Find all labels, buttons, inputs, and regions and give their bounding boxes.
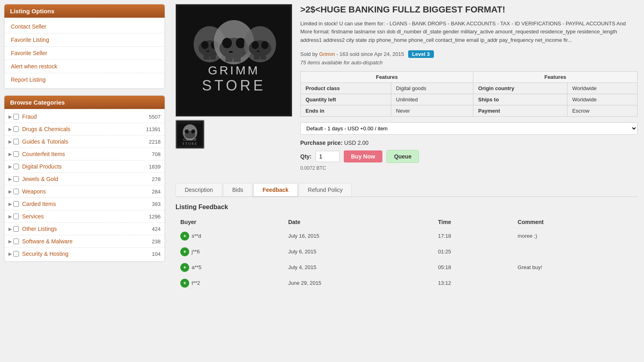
- cat-arrow-9[interactable]: ▶: [8, 226, 12, 232]
- svg-point-19: [252, 41, 259, 49]
- seller-link[interactable]: Grimm: [319, 51, 335, 57]
- cat-name-7: Carded Items: [22, 201, 149, 207]
- feedback-positive-icon-0: +: [180, 232, 189, 241]
- category-item-7[interactable]: ▶Carded Items393: [4, 198, 165, 210]
- feedback-buyer-1: +j**6: [175, 244, 283, 259]
- cat-count-7: 393: [152, 201, 161, 207]
- buy-now-button[interactable]: Buy Now: [344, 150, 382, 162]
- cat-name-11: Security & Hosting: [22, 251, 149, 257]
- cat-arrow-11[interactable]: ▶: [8, 251, 12, 257]
- cat-arrow-6[interactable]: ▶: [8, 189, 12, 194]
- cat-count-1: 11391: [146, 126, 161, 132]
- feature-value-ships-to: Worldwide: [567, 94, 637, 105]
- category-item-2[interactable]: ▶Guides & Tutorials2218: [4, 136, 165, 148]
- listing-option-contact-seller[interactable]: Contact Seller: [4, 20, 165, 33]
- category-item-11[interactable]: ▶Security & Hosting104: [4, 248, 165, 260]
- tab-feedback[interactable]: Feedback: [253, 183, 298, 197]
- features-header-2: Features: [473, 71, 638, 82]
- feature-value-ends-in: Never: [391, 105, 473, 116]
- feature-label-origin: Origin country: [473, 82, 568, 94]
- category-item-3[interactable]: ▶Counterfeit Items708: [4, 148, 165, 160]
- feedback-buyer-name-1: j**6: [192, 249, 200, 255]
- cat-arrow-8[interactable]: ▶: [8, 214, 12, 219]
- feedback-positive-icon-2: +: [180, 263, 189, 272]
- category-item-5[interactable]: ▶Jewels & Gold278: [4, 173, 165, 185]
- browse-categories-header: Browse Categories: [4, 96, 165, 109]
- cat-count-5: 278: [152, 176, 161, 182]
- feedback-date-3: June 29, 2015: [283, 275, 433, 291]
- svg-point-12: [222, 38, 232, 48]
- queue-button[interactable]: Queue: [386, 150, 419, 163]
- tab-refund-policy[interactable]: Refund Policy: [299, 183, 352, 196]
- svg-point-28: [191, 130, 195, 134]
- category-item-10[interactable]: ▶Software & Malware238: [4, 235, 165, 248]
- product-top: GRIMM STORE GRIMM STORE: [175, 4, 638, 175]
- qty-input[interactable]: [316, 151, 340, 162]
- feedback-row-0: +s**dJuly 16, 201517:18moree ;): [175, 228, 638, 244]
- svg-rect-18: [260, 52, 266, 60]
- cat-arrow-2[interactable]: ▶: [8, 139, 12, 144]
- feature-label-qty-left: Quantity left: [301, 94, 391, 105]
- browse-categories-box: Browse Categories ▶Fraud5507▶Drugs & Che…: [4, 95, 165, 262]
- cat-checkbox-2[interactable]: [13, 139, 19, 144]
- category-item-1[interactable]: ▶Drugs & Chemicals11391: [4, 123, 165, 136]
- svg-rect-3: [204, 52, 209, 60]
- cat-arrow-5[interactable]: ▶: [8, 177, 12, 182]
- feature-row-2: Quantity left Unlimited Ships to Worldwi…: [301, 94, 638, 105]
- listing-option-favorite-seller[interactable]: Favorite Seller: [4, 47, 165, 60]
- cat-count-3: 708: [152, 151, 161, 157]
- feedback-section: Listing Feedback BuyerDateTimeComment +s…: [175, 204, 638, 291]
- product-variant-dropdown[interactable]: Default - 1 days - USD +0.00 / item: [300, 122, 638, 135]
- feedback-date-1: July 6, 2015: [283, 244, 433, 259]
- cat-checkbox-7[interactable]: [13, 201, 19, 207]
- cat-checkbox-0[interactable]: [13, 114, 19, 119]
- cat-checkbox-1[interactable]: [13, 126, 19, 132]
- product-thumbnail[interactable]: GRIMM STORE: [175, 120, 204, 149]
- listing-options-list: Contact SellerFavorite ListingFavorite S…: [4, 18, 165, 88]
- cat-checkbox-9[interactable]: [13, 226, 19, 232]
- category-item-8[interactable]: ▶Services1296: [4, 210, 165, 223]
- cat-arrow-10[interactable]: ▶: [8, 239, 12, 244]
- feedback-time-3: 13:12: [433, 275, 513, 291]
- sold-by-line: Sold by Grimm - 163 sold since Apr 24, 2…: [300, 50, 638, 58]
- cat-checkbox-8[interactable]: [13, 214, 19, 219]
- feature-row-1: Product class Digital goods Origin count…: [301, 82, 638, 94]
- svg-rect-21: [257, 51, 260, 52]
- feedback-title: Listing Feedback: [175, 204, 638, 211]
- cat-arrow-7[interactable]: ▶: [8, 202, 12, 207]
- svg-rect-14: [229, 51, 233, 53]
- listing-option-favorite-listing[interactable]: Favorite Listing: [4, 33, 165, 47]
- cat-checkbox-3[interactable]: [13, 151, 19, 157]
- cat-checkbox-6[interactable]: [13, 189, 19, 194]
- feedback-table-body: +s**dJuly 16, 201517:18moree ;)+j**6July…: [175, 228, 638, 291]
- listing-option-report-listing[interactable]: Report Listing: [4, 73, 165, 86]
- cat-arrow-3[interactable]: ▶: [8, 152, 12, 157]
- cat-checkbox-5[interactable]: [13, 176, 19, 182]
- listing-option-alert-restock[interactable]: Alert when restock: [4, 60, 165, 73]
- sold-by-label: Sold by: [300, 51, 318, 57]
- tab-description[interactable]: Description: [175, 183, 222, 196]
- category-item-4[interactable]: ▶Digital Products1839: [4, 160, 165, 173]
- btc-price: 0.0072 BTC: [300, 165, 638, 171]
- cat-count-11: 104: [152, 251, 161, 257]
- cat-count-10: 238: [152, 239, 161, 245]
- cat-checkbox-10[interactable]: [13, 239, 19, 244]
- svg-text:GRIMM: GRIMM: [208, 64, 260, 77]
- category-item-6[interactable]: ▶Weapons284: [4, 185, 165, 198]
- cat-arrow-4[interactable]: ▶: [8, 164, 12, 169]
- category-item-0[interactable]: ▶Fraud5507: [4, 111, 165, 123]
- tab-bids[interactable]: Bids: [223, 183, 252, 196]
- features-table: Features Features Product class Digital …: [300, 71, 638, 117]
- svg-text:GRIMM: GRIMM: [183, 138, 196, 142]
- cat-arrow-1[interactable]: ▶: [8, 127, 12, 132]
- cat-checkbox-4[interactable]: [13, 164, 19, 169]
- cat-arrow-0[interactable]: ▶: [8, 114, 12, 119]
- cat-name-10: Software & Malware: [22, 238, 149, 245]
- svg-text:STORE: STORE: [202, 77, 266, 94]
- feedback-comment-3: [513, 275, 638, 291]
- svg-text:STORE: STORE: [182, 142, 198, 146]
- feature-label-ships-to: Ships to: [473, 94, 568, 105]
- cat-checkbox-11[interactable]: [13, 251, 19, 257]
- cat-count-4: 1839: [149, 164, 161, 170]
- category-item-9[interactable]: ▶Other Listings424: [4, 223, 165, 235]
